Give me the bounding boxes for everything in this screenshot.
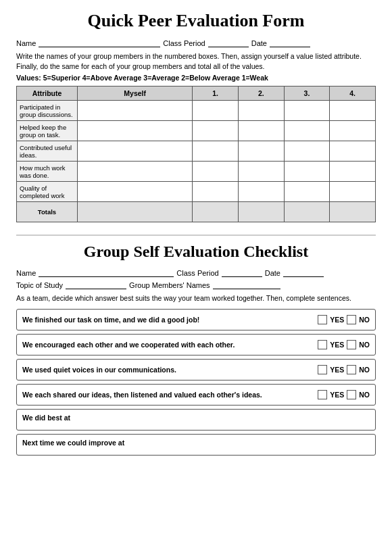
cell-3-1[interactable] <box>193 162 239 182</box>
no-label-1: NO <box>359 341 370 349</box>
cell-0-4[interactable] <box>330 101 376 121</box>
form2-name-label: Name <box>16 269 36 277</box>
checklist-item-3: We each shared our ideas, then listened … <box>16 384 376 406</box>
totals-3[interactable] <box>284 202 330 222</box>
checklist-item-0: We finished our task on time, and we did… <box>16 309 376 330</box>
cell-0-myself[interactable] <box>78 101 193 121</box>
totals-myself[interactable] <box>78 202 193 222</box>
form2-class-label: Class Period <box>176 269 218 277</box>
cell-1-4[interactable] <box>330 121 376 141</box>
yes-no-0: YES NO <box>318 315 370 324</box>
checkbox-no-0[interactable] <box>347 315 356 324</box>
cell-0-2[interactable] <box>238 101 284 121</box>
form1-title: Quick Peer Evaluation Form <box>16 11 376 31</box>
form2-name-row: Name Class Period Date <box>16 268 376 277</box>
cell-1-2[interactable] <box>238 121 284 141</box>
checklist-text-0: We finished our task on time, and we did… <box>22 316 199 324</box>
form2-topic-field[interactable] <box>66 280 126 289</box>
col-myself: Myself <box>78 87 193 101</box>
table-row: Helped keep the group on task. <box>17 121 376 141</box>
form2-group-members-field[interactable] <box>213 280 280 289</box>
yes-no-1: YES NO <box>318 340 370 349</box>
cell-2-3[interactable] <box>284 141 330 162</box>
form1-class-field[interactable] <box>208 38 249 47</box>
totals-row: Totals <box>17 202 376 222</box>
cell-4-2[interactable] <box>238 182 284 202</box>
table-row: How much work was done. <box>17 162 376 182</box>
cell-4-1[interactable] <box>193 182 239 202</box>
yes-label-1: YES <box>330 341 344 349</box>
col-3: 3. <box>284 87 330 101</box>
attr-4: Quality of completed work <box>17 182 78 202</box>
form1-values-line: Values: 5=Superior 4=Above Average 3=Ave… <box>16 74 376 82</box>
cell-3-3[interactable] <box>284 162 330 182</box>
checklist-text-3: We each shared our ideas, then listened … <box>22 391 262 399</box>
attr-3: How much work was done. <box>17 162 78 182</box>
form2-class-field[interactable] <box>222 268 262 277</box>
form2-name-field[interactable] <box>39 268 174 277</box>
cell-2-4[interactable] <box>330 141 376 162</box>
open-text-1: Next time we could improve at <box>22 439 124 447</box>
checkbox-yes-1[interactable] <box>318 340 327 349</box>
attr-0: Participated in group discussions. <box>17 101 78 121</box>
yes-label-2: YES <box>330 366 344 374</box>
form2-title: Group Self Evaluation Checklist <box>16 243 376 261</box>
yes-no-3: YES NO <box>318 390 370 399</box>
form1-date-field[interactable] <box>270 38 310 47</box>
cell-2-1[interactable] <box>193 141 239 162</box>
form2-topic-row: Topic of Study Group Members' Names <box>16 280 376 289</box>
totals-4[interactable] <box>330 202 376 222</box>
yes-label-3: YES <box>330 391 344 399</box>
checklist-open-0[interactable]: We did best at <box>16 409 376 431</box>
cell-4-3[interactable] <box>284 182 330 202</box>
checkbox-no-2[interactable] <box>347 365 356 374</box>
cell-0-3[interactable] <box>284 101 330 121</box>
cell-4-myself[interactable] <box>78 182 193 202</box>
cell-2-2[interactable] <box>238 141 284 162</box>
col-2: 2. <box>238 87 284 101</box>
checklist-open-1[interactable]: Next time we could improve at <box>16 434 376 456</box>
cell-1-3[interactable] <box>284 121 330 141</box>
table-row: Contributed useful ideas. <box>17 141 376 162</box>
yes-no-2: YES NO <box>318 365 370 374</box>
checkbox-yes-3[interactable] <box>318 390 327 399</box>
cell-3-4[interactable] <box>330 162 376 182</box>
table-row: Participated in group discussions. <box>17 101 376 121</box>
cell-1-1[interactable] <box>193 121 239 141</box>
checklist-text-2: We used quiet voices in our communicatio… <box>22 366 176 374</box>
checkbox-yes-2[interactable] <box>318 365 327 374</box>
eval-table: Attribute Myself 1. 2. 3. 4. Participate… <box>16 86 376 222</box>
col-4: 4. <box>330 87 376 101</box>
cell-3-myself[interactable] <box>78 162 193 182</box>
form1-instructions: Write the names of your group members in… <box>16 51 376 71</box>
table-row: Quality of completed work <box>17 182 376 202</box>
form1-name-field[interactable] <box>39 38 160 47</box>
checklist-item-1: We encouraged each other and we cooperat… <box>16 334 376 355</box>
form2-instructions: As a team, decide which answer best suit… <box>16 293 376 303</box>
attr-1: Helped keep the group on task. <box>17 121 78 141</box>
form1-date-label: Date <box>251 39 267 47</box>
totals-2[interactable] <box>238 202 284 222</box>
cell-2-myself[interactable] <box>78 141 193 162</box>
checkbox-no-1[interactable] <box>347 340 356 349</box>
form1-class-label: Class Period <box>163 39 205 47</box>
checklist-item-2: We used quiet voices in our communicatio… <box>16 359 376 381</box>
totals-1[interactable] <box>193 202 239 222</box>
yes-label-0: YES <box>330 316 344 324</box>
section-divider <box>16 235 376 236</box>
cell-3-2[interactable] <box>238 162 284 182</box>
cell-0-1[interactable] <box>193 101 239 121</box>
cell-1-myself[interactable] <box>78 121 193 141</box>
no-label-3: NO <box>359 391 370 399</box>
no-label-0: NO <box>359 316 370 324</box>
open-text-0: We did best at <box>22 414 70 422</box>
col-1: 1. <box>193 87 239 101</box>
cell-4-4[interactable] <box>330 182 376 202</box>
form2-date-field[interactable] <box>283 268 324 277</box>
checkbox-no-3[interactable] <box>347 390 356 399</box>
col-attribute: Attribute <box>17 87 78 101</box>
attr-2: Contributed useful ideas. <box>17 141 78 162</box>
totals-label: Totals <box>17 202 78 222</box>
form1-name-row: Name Class Period Date <box>16 38 376 47</box>
checkbox-yes-0[interactable] <box>318 315 327 324</box>
